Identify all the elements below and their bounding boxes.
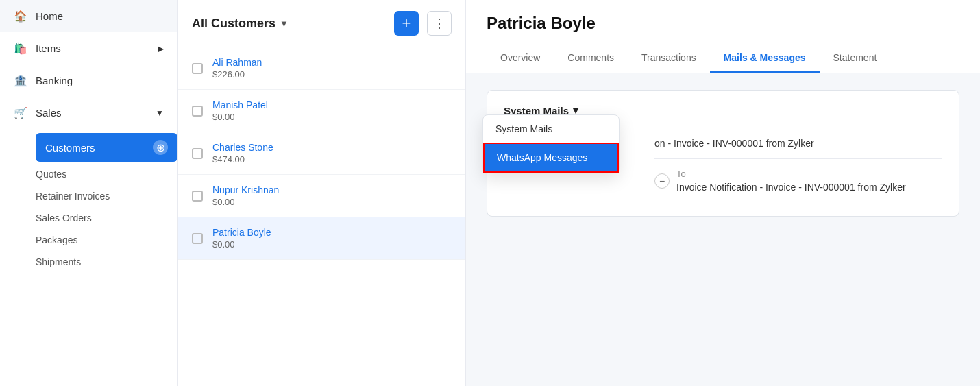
sidebar-item-retainer-invoices-label: Retainer Invoices <box>36 191 110 202</box>
customer-checkbox[interactable] <box>192 233 203 244</box>
customer-amount: $0.00 <box>212 239 271 250</box>
sidebar-item-home[interactable]: 🏠 Home <box>0 0 177 32</box>
main-header: Patricia Boyle Overview Comments Transac… <box>466 0 980 73</box>
sidebar-item-items[interactable]: 🛍️ Items ▶ <box>0 32 177 64</box>
tab-mails-messages[interactable]: Mails & Messages <box>710 44 820 73</box>
mail-row-2: − To Invoice Notification - Invoice - IN… <box>654 158 942 202</box>
all-customers-title[interactable]: All Customers ▼ <box>192 16 289 31</box>
sidebar-item-quotes[interactable]: Quotes <box>36 163 177 185</box>
mail-to-label: To <box>676 169 906 179</box>
customer-name: Ali Rahman <box>212 57 262 68</box>
customer-info: Manish Patel $0.00 <box>212 99 268 122</box>
customer-list-panel: All Customers ▼ + ⋮ Ali Rahman $226.00 M… <box>178 0 466 386</box>
customer-amount: $226.00 <box>212 69 262 80</box>
tab-statement[interactable]: Statement <box>820 44 891 73</box>
sidebar-item-sales-label: Sales <box>36 107 62 119</box>
sidebar-item-customers-label: Customers <box>45 142 95 154</box>
sidebar-item-banking[interactable]: 🏦 Banking <box>0 64 177 97</box>
customer-checkbox[interactable] <box>192 63 203 74</box>
customer-checkbox[interactable] <box>192 191 203 202</box>
customer-amount: $474.00 <box>212 154 273 165</box>
sidebar-item-sales-orders-label: Sales Orders <box>36 213 92 224</box>
list-item[interactable]: Patricia Boyle $0.00 <box>178 217 465 260</box>
customer-name: Charles Stone <box>212 142 273 153</box>
sidebar: 🏠 Home 🛍️ Items ▶ 🏦 Banking 🛒 Sales ▼ Cu… <box>0 0 178 386</box>
customer-name: Manish Patel <box>212 99 268 110</box>
banking-icon: 🏦 <box>14 74 27 87</box>
customer-name: Nupur Krishnan <box>212 184 279 195</box>
sidebar-item-packages[interactable]: Packages <box>36 229 177 251</box>
sidebar-item-quotes-label: Quotes <box>36 169 66 180</box>
customer-checkbox[interactable] <box>192 148 203 159</box>
sidebar-item-items-label: Items <box>36 43 61 54</box>
mail-card: System Mails ▾ System Mails WhatsApp Mes… <box>487 90 959 217</box>
page-title: Patricia Boyle <box>487 14 959 33</box>
sidebar-item-shipments-label: Shipments <box>36 256 81 267</box>
dropdown-item-system-mails[interactable]: System Mails <box>483 115 619 143</box>
items-chevron-icon: ▶ <box>158 44 164 53</box>
sales-icon: 🛒 <box>14 106 27 119</box>
customer-checkbox[interactable] <box>192 106 203 117</box>
sidebar-item-sales[interactable]: 🛒 Sales ▼ <box>0 97 177 129</box>
main-content: Patricia Boyle Overview Comments Transac… <box>466 0 980 386</box>
all-customers-caret-icon: ▼ <box>280 19 289 29</box>
list-item[interactable]: Ali Rahman $226.00 <box>178 47 465 90</box>
add-customer-button[interactable]: + <box>394 11 419 36</box>
sidebar-item-packages-label: Packages <box>36 234 77 245</box>
customer-amount: $0.00 <box>212 197 279 207</box>
sidebar-item-customers[interactable]: Customers ⊕ <box>36 133 177 162</box>
mail-subject: Invoice Notification - Invoice - INV-000… <box>676 182 906 193</box>
tab-bar: Overview Comments Transactions Mails & M… <box>487 44 959 73</box>
main-body: System Mails ▾ System Mails WhatsApp Mes… <box>466 73 980 386</box>
sales-chevron-icon: ▼ <box>156 108 164 118</box>
customer-info: Patricia Boyle $0.00 <box>212 227 271 250</box>
sales-submenu: Customers ⊕ Quotes Retainer Invoices Sal… <box>0 129 177 276</box>
home-icon: 🏠 <box>14 10 27 23</box>
mail-type-dropdown: System Mails WhatsApp Messages <box>482 114 620 173</box>
list-header: All Customers ▼ + ⋮ <box>178 0 465 47</box>
mail-row-1-subject: on - Invoice - INV-000001 from Zylker <box>654 138 814 149</box>
list-item[interactable]: Manish Patel $0.00 <box>178 90 465 132</box>
mail-row-2-content: − To Invoice Notification - Invoice - IN… <box>654 169 942 193</box>
mail-collapse-button[interactable]: − <box>654 173 670 189</box>
customer-info: Charles Stone $474.00 <box>212 142 273 165</box>
more-options-button[interactable]: ⋮ <box>427 11 452 36</box>
mail-row-1: on - Invoice - INV-000001 from Zylker <box>654 128 942 158</box>
mail-row-1-content: on - Invoice - INV-000001 from Zylker <box>654 138 942 149</box>
tab-overview[interactable]: Overview <box>487 44 554 73</box>
customers-add-icon[interactable]: ⊕ <box>153 140 168 155</box>
items-icon: 🛍️ <box>14 42 27 55</box>
customer-name: Patricia Boyle <box>212 227 271 238</box>
tab-comments[interactable]: Comments <box>554 44 628 73</box>
list-item[interactable]: Charles Stone $474.00 <box>178 132 465 175</box>
mail-row-2-details: To Invoice Notification - Invoice - INV-… <box>676 169 906 193</box>
sidebar-item-sales-orders[interactable]: Sales Orders <box>36 207 177 229</box>
dropdown-item-whatsapp-messages[interactable]: WhatsApp Messages <box>483 143 619 173</box>
customer-list: Ali Rahman $226.00 Manish Patel $0.00 Ch… <box>178 47 465 386</box>
tab-transactions[interactable]: Transactions <box>628 44 710 73</box>
sidebar-item-banking-label: Banking <box>36 75 73 86</box>
customer-amount: $0.00 <box>212 112 268 122</box>
customer-info: Ali Rahman $226.00 <box>212 57 262 80</box>
sidebar-item-home-label: Home <box>36 10 63 22</box>
sidebar-item-shipments[interactable]: Shipments <box>36 251 177 273</box>
sidebar-item-retainer-invoices[interactable]: Retainer Invoices <box>36 185 177 207</box>
customer-info: Nupur Krishnan $0.00 <box>212 184 279 207</box>
list-item[interactable]: Nupur Krishnan $0.00 <box>178 175 465 217</box>
